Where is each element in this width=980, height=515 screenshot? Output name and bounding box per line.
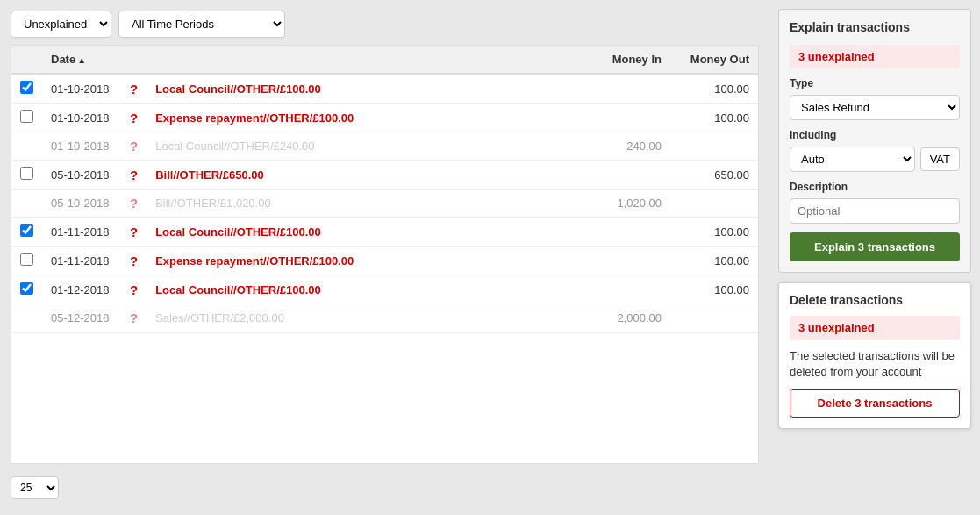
table-row: 01-10-2018?Local Council//OTHER/£100.001… bbox=[11, 74, 758, 104]
money-out-column-header: Money Out bbox=[670, 46, 758, 74]
main-area: Unexplained Explained All All Time Perio… bbox=[0, 0, 769, 515]
checkbox-cell bbox=[11, 104, 42, 132]
money-out-cell bbox=[670, 132, 758, 161]
checkbox-cell bbox=[11, 190, 42, 218]
money-out-cell: 650.00 bbox=[670, 161, 758, 190]
money-in-column-header: Money In bbox=[583, 46, 670, 74]
delete-button[interactable]: Delete 3 transactions bbox=[790, 389, 960, 418]
money-out-cell: 100.00 bbox=[670, 104, 758, 132]
description-cell[interactable]: Sales//OTHER/£2,000.00 bbox=[147, 304, 583, 333]
money-out-cell: 100.00 bbox=[670, 218, 758, 247]
auto-select[interactable]: Auto 20% 5% 0% Exempt bbox=[790, 147, 915, 172]
table-row: 01-10-2018?Local Council//OTHER/£240.002… bbox=[11, 132, 758, 161]
question-icon-cell: ? bbox=[121, 304, 147, 333]
question-icon-cell: ? bbox=[121, 104, 147, 132]
description-cell[interactable]: Bill//OTHER/£650.00 bbox=[147, 161, 583, 190]
description-cell[interactable]: Local Council//OTHER/£240.00 bbox=[147, 132, 583, 161]
money-out-cell: 100.00 bbox=[670, 247, 758, 275]
question-icon-cell: ? bbox=[121, 190, 147, 218]
date-cell: 01-11-2018 bbox=[42, 218, 121, 247]
including-field-group: Including Auto 20% 5% 0% Exempt VAT bbox=[790, 129, 960, 172]
question-icon-cell: ? bbox=[121, 161, 147, 190]
question-icon-cell: ? bbox=[121, 132, 147, 161]
money-out-cell: 100.00 bbox=[670, 275, 758, 304]
money-in-cell: 2,000.00 bbox=[583, 304, 670, 333]
money-in-cell bbox=[583, 74, 670, 104]
date-cell: 01-10-2018 bbox=[42, 74, 121, 104]
date-column-header[interactable]: Date▲ bbox=[42, 46, 121, 74]
money-in-cell: 240.00 bbox=[583, 132, 670, 161]
delete-description: The selected transactions will be delete… bbox=[790, 348, 960, 380]
type-label: Type bbox=[790, 77, 960, 89]
table-row: 05-12-2018?Sales//OTHER/£2,000.002,000.0… bbox=[11, 304, 758, 333]
question-icon-cell: ? bbox=[121, 247, 147, 275]
checkbox-cell bbox=[11, 161, 42, 190]
table-row: 05-10-2018?Bill//OTHER/£1,020.001,020.00 bbox=[11, 190, 758, 218]
type-field-group: Type Sales Refund Purchase Transfer Othe… bbox=[790, 77, 960, 120]
money-out-cell: 100.00 bbox=[670, 74, 758, 104]
date-cell: 01-10-2018 bbox=[42, 132, 121, 161]
money-in-cell bbox=[583, 247, 670, 275]
question-icon-cell: ? bbox=[121, 74, 147, 104]
money-out-cell bbox=[670, 304, 758, 333]
description-label: Description bbox=[790, 181, 960, 193]
description-cell[interactable]: Expense repayment//OTHER/£100.00 bbox=[147, 104, 583, 132]
per-page-select[interactable]: 25 10 50 100 bbox=[11, 476, 59, 499]
explain-panel: Explain transactions 3 unexplained Type … bbox=[778, 9, 971, 273]
pagination-row: 25 10 50 100 bbox=[11, 471, 759, 504]
row-checkbox[interactable] bbox=[20, 282, 33, 295]
checkbox-cell bbox=[11, 132, 42, 161]
row-checkbox[interactable] bbox=[20, 224, 33, 237]
checkbox-cell bbox=[11, 218, 42, 247]
money-in-cell bbox=[583, 104, 670, 132]
checkbox-cell bbox=[11, 275, 42, 304]
period-filter[interactable]: All Time Periods Last Month Last 3 Month… bbox=[118, 11, 285, 38]
row-checkbox[interactable] bbox=[20, 167, 33, 180]
checkbox-cell bbox=[11, 304, 42, 333]
filters-row: Unexplained Explained All All Time Perio… bbox=[11, 11, 759, 38]
date-cell: 01-12-2018 bbox=[42, 275, 121, 304]
question-icon-cell: ? bbox=[121, 218, 147, 247]
table-row: 01-11-2018?Expense repayment//OTHER/£100… bbox=[11, 247, 758, 275]
money-in-cell bbox=[583, 218, 670, 247]
transactions-table: Date▲ Money In Money Out 01-10-2018?Loca… bbox=[11, 46, 758, 333]
question-icon-cell: ? bbox=[121, 275, 147, 304]
description-cell[interactable]: Local Council//OTHER/£100.00 bbox=[147, 74, 583, 104]
sort-arrow-icon: ▲ bbox=[77, 55, 86, 65]
money-in-cell: 1,020.00 bbox=[583, 190, 670, 218]
explain-panel-title: Explain transactions bbox=[790, 20, 960, 34]
table-row: 01-12-2018?Local Council//OTHER/£100.001… bbox=[11, 275, 758, 304]
explain-button[interactable]: Explain 3 transactions bbox=[790, 232, 960, 261]
table-row: 01-11-2018?Local Council//OTHER/£100.001… bbox=[11, 218, 758, 247]
date-cell: 05-10-2018 bbox=[42, 190, 121, 218]
row-checkbox[interactable] bbox=[20, 81, 33, 94]
row-checkbox[interactable] bbox=[20, 110, 33, 123]
type-select[interactable]: Sales Refund Purchase Transfer Other bbox=[790, 95, 960, 120]
row-checkbox[interactable] bbox=[20, 253, 33, 266]
money-in-cell bbox=[583, 161, 670, 190]
checkbox-cell bbox=[11, 74, 42, 104]
checkbox-cell bbox=[11, 247, 42, 275]
vat-button[interactable]: VAT bbox=[920, 147, 960, 171]
date-cell: 01-10-2018 bbox=[42, 104, 121, 132]
select-all-header bbox=[11, 46, 42, 74]
description-field-group: Description bbox=[790, 181, 960, 224]
date-cell: 05-10-2018 bbox=[42, 161, 121, 190]
transactions-table-container: Date▲ Money In Money Out 01-10-2018?Loca… bbox=[11, 45, 759, 464]
description-cell[interactable]: Local Council//OTHER/£100.00 bbox=[147, 275, 583, 304]
description-cell[interactable]: Local Council//OTHER/£100.00 bbox=[147, 218, 583, 247]
explain-unexplained-badge: 3 unexplained bbox=[790, 45, 960, 68]
delete-panel-title: Delete transactions bbox=[790, 293, 960, 307]
table-row: 05-10-2018?Bill//OTHER/£650.00650.00 bbox=[11, 161, 758, 190]
including-label: Including bbox=[790, 129, 960, 141]
date-cell: 01-11-2018 bbox=[42, 247, 121, 275]
description-cell[interactable]: Expense repayment//OTHER/£100.00 bbox=[147, 247, 583, 275]
including-row: Auto 20% 5% 0% Exempt VAT bbox=[790, 147, 960, 172]
sidebar: Explain transactions 3 unexplained Type … bbox=[769, 0, 980, 515]
delete-unexplained-badge: 3 unexplained bbox=[790, 316, 960, 340]
description-input[interactable] bbox=[790, 198, 960, 224]
date-cell: 05-12-2018 bbox=[42, 304, 121, 333]
description-cell[interactable]: Bill//OTHER/£1,020.00 bbox=[147, 190, 583, 218]
delete-panel: Delete transactions 3 unexplained The se… bbox=[778, 282, 971, 429]
status-filter[interactable]: Unexplained Explained All bbox=[11, 11, 111, 38]
